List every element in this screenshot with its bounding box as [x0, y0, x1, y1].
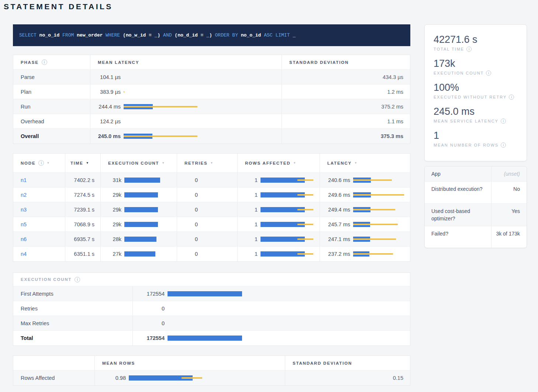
- node-link[interactable]: n1: [13, 177, 27, 183]
- std-dev-value: 0.15: [285, 371, 411, 385]
- phase-table-header: PHASEi MEAN LATENCY STANDARD DEVIATION: [13, 55, 410, 70]
- latency-bar: [124, 75, 282, 80]
- rows-affected-value: 1: [238, 251, 258, 257]
- sql-statement-box: SELECT no_o_id FROM new_order WHERE (no_…: [13, 24, 410, 46]
- table-row: Plan 383.9 µs 1.2 ms: [13, 85, 410, 99]
- info-icon[interactable]: i: [38, 160, 44, 166]
- phase-label: Run: [13, 99, 90, 114]
- node-link[interactable]: n5: [13, 221, 27, 227]
- exec-row-label: Total: [13, 331, 133, 345]
- rows-affected-value: 1: [238, 177, 258, 183]
- exec-row-label: Max Retries: [13, 316, 133, 330]
- latency-bar: [124, 119, 282, 124]
- attribute-label: Distributed execution?: [425, 182, 491, 203]
- sort-arrow-icon[interactable]: ▼: [86, 161, 90, 165]
- rows-affected-table: MEAN ROWS STANDARD DEVIATION Rows Affect…: [13, 355, 410, 386]
- sort-arrow-icon[interactable]: ▼: [46, 161, 50, 165]
- std-dev-value: 375.3 ms: [282, 129, 411, 144]
- node-link[interactable]: n2: [13, 192, 27, 198]
- time-column-header[interactable]: TIME▼: [65, 154, 101, 172]
- table-row: Max Retries 0: [13, 316, 410, 331]
- exec-count-bar: [124, 178, 177, 183]
- mean-latency-value: 104.1 µs: [90, 74, 121, 80]
- latency-column-header[interactable]: LATENCY▼: [320, 154, 411, 172]
- phase-label: Overhead: [13, 114, 90, 128]
- standard-deviation-column-header: STANDARD DEVIATION: [282, 55, 411, 69]
- node-link[interactable]: n4: [13, 251, 27, 257]
- stat-value: 173k: [434, 58, 518, 69]
- exec-row-value: 0: [133, 306, 165, 312]
- node-link[interactable]: n6: [13, 236, 27, 242]
- mean-latency-value: 124.2 µs: [90, 118, 121, 124]
- retries-value: 0: [177, 207, 198, 213]
- exec-count-bar: [168, 306, 411, 311]
- mean-latency-value: 244.4 ms: [90, 104, 121, 110]
- retries-value: 0: [177, 236, 198, 242]
- sort-arrow-icon[interactable]: ▼: [210, 161, 214, 165]
- std-dev-value: 375.2 ms: [282, 99, 411, 114]
- node-table: NODEi▼ TIME▼ EXECUTION COUNT▼ RETRIES▼ R…: [13, 153, 410, 262]
- list-item: Used cost-based optimizer? Yes: [425, 204, 527, 226]
- exec-count-bar: [168, 321, 411, 326]
- latency-value: 249.4 ms: [320, 207, 350, 213]
- exec-row-value: 172554: [133, 335, 165, 341]
- latency-bar: [353, 237, 411, 242]
- rows-affected-bar: [261, 222, 320, 227]
- sort-arrow-icon[interactable]: ▼: [162, 161, 165, 165]
- info-icon[interactable]: i: [501, 142, 506, 148]
- latency-bar: [353, 178, 411, 183]
- retries-column-header[interactable]: RETRIES▼: [177, 154, 238, 172]
- attribute-value: Yes: [491, 204, 527, 226]
- table-row: n1 7402.2 s 31k 0 1 240.6 ms: [13, 173, 410, 188]
- info-icon[interactable]: i: [466, 47, 472, 52]
- exec-row-value: 172554: [133, 291, 165, 297]
- info-icon[interactable]: i: [501, 118, 506, 124]
- exec-row-label: First Attempts: [13, 286, 133, 301]
- node-column-header[interactable]: NODEi▼: [13, 154, 65, 172]
- stat-value: 1: [434, 130, 518, 141]
- latency-bar: [124, 89, 282, 94]
- list-item: App (unset): [425, 166, 527, 182]
- sort-arrow-icon[interactable]: ▼: [293, 161, 297, 165]
- latency-value: 240.6 ms: [320, 177, 350, 183]
- execution-count-table: EXECUTION COUNTi First Attempts 172554 R…: [13, 272, 410, 346]
- latency-value: 247.1 ms: [320, 236, 350, 242]
- time-value: 6935.7 s: [65, 232, 101, 246]
- sort-arrow-icon[interactable]: ▼: [354, 161, 358, 165]
- info-icon[interactable]: i: [509, 94, 514, 100]
- table-row: n2 7274.5 s 29k 0 1 249.6 ms: [13, 188, 410, 202]
- info-icon[interactable]: i: [486, 71, 491, 76]
- exec-row-label: Retries: [13, 301, 133, 316]
- node-link[interactable]: n3: [13, 207, 27, 213]
- mean-latency-column-header: MEAN LATENCY: [90, 55, 282, 69]
- info-icon[interactable]: i: [75, 277, 80, 282]
- execution-count-table-header: EXECUTION COUNTi: [13, 273, 410, 286]
- rows-affected-bar: [261, 207, 320, 212]
- rows-affected-column-header[interactable]: ROWS AFFECTED▼: [238, 154, 320, 172]
- time-value: 6351.1 s: [65, 247, 101, 261]
- table-row: n6 6935.7 s 28k 0 1 247.1 ms: [13, 232, 410, 247]
- attribute-value: No: [491, 182, 527, 203]
- table-row: n3 7239.1 s 29k 0 1 249.4 ms: [13, 202, 410, 217]
- retries-value: 0: [177, 177, 198, 183]
- table-row: Rows Affected 0.98 0.15: [13, 371, 410, 385]
- rows-affected-label: Rows Affected: [13, 371, 95, 385]
- sql-statement-text: SELECT no_o_id FROM new_order WHERE (no_…: [19, 32, 296, 38]
- exec-count-value: 27k: [101, 251, 121, 257]
- rows-affected-bar: [261, 251, 320, 257]
- retries-value: 0: [177, 192, 198, 198]
- latency-value: 237.2 ms: [320, 251, 350, 257]
- latency-value: 249.6 ms: [320, 192, 350, 198]
- stat-execution-count: 173k EXECUTION COUNTi: [434, 58, 518, 76]
- mean-rows-bar: [129, 375, 285, 381]
- stat-mean-number-of-rows: 1 MEAN NUMBER OF ROWSi: [434, 130, 518, 148]
- attribute-label: Used cost-based optimizer?: [425, 204, 491, 226]
- stat-label: MEAN NUMBER OF ROWS: [434, 143, 499, 147]
- rows-affected-bar: [261, 178, 320, 183]
- info-icon[interactable]: i: [42, 59, 47, 65]
- stat-value: 42271.6 s: [434, 34, 518, 45]
- latency-bar: [353, 192, 411, 197]
- rows-affected-bar: [261, 237, 320, 242]
- table-row: n5 7068.9 s 29k 0 1 245.7 ms: [13, 217, 410, 232]
- execution-count-column-header[interactable]: EXECUTION COUNT▼: [101, 154, 177, 172]
